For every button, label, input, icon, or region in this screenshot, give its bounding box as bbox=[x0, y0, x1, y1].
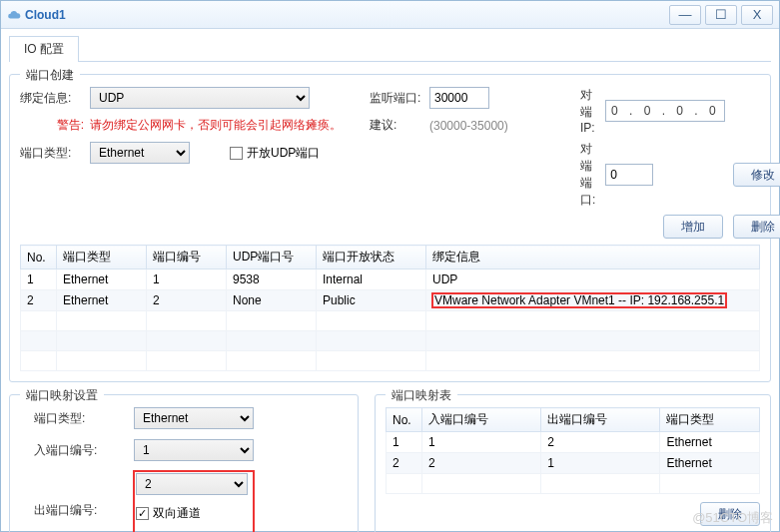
mcol-type[interactable]: 端口类型 bbox=[660, 408, 760, 432]
map-port-type-label: 端口类型: bbox=[34, 410, 134, 427]
mcol-out[interactable]: 出端口编号 bbox=[541, 408, 660, 432]
col-udp-port[interactable]: UDP端口号 bbox=[227, 246, 317, 269]
warning-text: 请勿绑定公网网卡，否则可能会引起网络瘫痪。 bbox=[90, 117, 342, 134]
table-row bbox=[21, 311, 760, 331]
port-create-top: 绑定信息: UDP 警告: 请勿绑定公网网卡，否则可能会引起网络瘫痪。 端口类型… bbox=[20, 87, 760, 239]
table-row bbox=[21, 351, 760, 371]
tab-io-config[interactable]: IO 配置 bbox=[9, 36, 79, 62]
open-udp-label: 开放UDP端口 bbox=[247, 145, 320, 162]
table-row[interactable]: 2 Ethernet 2 None Public VMware Network … bbox=[21, 290, 760, 311]
port-map-table: No. 入端口编号 出端口编号 端口类型 1 1 2 Ethernet bbox=[386, 407, 760, 494]
cloud-icon bbox=[7, 8, 21, 22]
port-create-right: 对端IP: 0 . 0 . 0 . 0 对端端口: 修改 增加 删除 bbox=[580, 87, 760, 239]
add-button[interactable]: 增加 bbox=[663, 215, 723, 239]
table-row bbox=[21, 331, 760, 351]
port-type-select[interactable]: Ethernet bbox=[90, 142, 190, 164]
tabbar: IO 配置 bbox=[9, 35, 771, 62]
checkbox-box-icon bbox=[230, 147, 243, 160]
window-title-text: Cloud1 bbox=[25, 8, 66, 22]
peer-ip-label: 对端IP: bbox=[580, 87, 595, 135]
port-map-settings-legend: 端口映射设置 bbox=[20, 387, 104, 404]
port-map-table-group: 端口映射表 No. 入端口编号 出端口编号 端口类型 1 1 bbox=[375, 394, 771, 532]
col-port-type[interactable]: 端口类型 bbox=[57, 246, 147, 269]
bidir-label: 双向通道 bbox=[153, 505, 201, 522]
bind-info-label: 绑定信息: bbox=[20, 90, 90, 107]
mcol-in[interactable]: 入端口编号 bbox=[422, 408, 541, 432]
port-create-mid: 监听端口: 建议: (30000-35000) bbox=[370, 87, 570, 142]
map-port-type-select[interactable]: Ethernet bbox=[134, 407, 254, 429]
bind-info-select[interactable]: UDP bbox=[90, 87, 310, 109]
table-row bbox=[387, 474, 760, 494]
out-port-label: 出端口编号: bbox=[34, 502, 134, 519]
port-type-label: 端口类型: bbox=[20, 145, 90, 162]
listen-port-label: 监听端口: bbox=[370, 90, 429, 107]
suggestion-text: (30000-35000) bbox=[429, 119, 508, 133]
in-port-label: 入端口编号: bbox=[34, 442, 134, 459]
table-row[interactable]: 1 Ethernet 1 9538 Internal UDP bbox=[21, 269, 760, 290]
peer-ip-input[interactable]: 0 . 0 . 0 . 0 bbox=[605, 100, 725, 122]
port-create-legend: 端口创建 bbox=[20, 67, 80, 84]
out-port-select[interactable]: 2 bbox=[136, 473, 248, 495]
map-delete-button[interactable]: 删除 bbox=[700, 502, 760, 526]
port-create-group: 端口创建 绑定信息: UDP 警告: 请勿绑定公网网卡，否则可能会引起网络瘫痪。… bbox=[9, 74, 771, 382]
bidir-checkbox[interactable]: ✓ 双向通道 bbox=[136, 505, 252, 522]
bind-info-highlight: VMware Network Adapter VMnet1 -- IP: 192… bbox=[432, 293, 726, 307]
port-table: No. 端口类型 端口编号 UDP端口号 端口开放状态 绑定信息 1 Ether… bbox=[20, 245, 760, 371]
peer-port-label: 对端端口: bbox=[580, 141, 595, 209]
window-controls: — ☐ X bbox=[665, 5, 773, 25]
window-body: IO 配置 端口创建 绑定信息: UDP 警告: 请勿绑定公网网卡，否则可能会引… bbox=[1, 29, 779, 532]
window: Cloud1 — ☐ X IO 配置 端口创建 绑定信息: UDP bbox=[0, 0, 780, 532]
window-title: Cloud1 bbox=[7, 8, 665, 22]
close-button[interactable]: X bbox=[741, 5, 773, 25]
port-create-left: 绑定信息: UDP 警告: 请勿绑定公网网卡，否则可能会引起网络瘫痪。 端口类型… bbox=[20, 87, 360, 172]
table-row[interactable]: 2 2 1 Ethernet bbox=[387, 453, 760, 474]
col-open-state[interactable]: 端口开放状态 bbox=[317, 246, 426, 269]
col-no[interactable]: No. bbox=[21, 246, 57, 269]
port-map-table-legend: 端口映射表 bbox=[386, 387, 457, 404]
listen-port-input[interactable] bbox=[429, 87, 489, 109]
delete-button[interactable]: 删除 bbox=[733, 215, 780, 239]
col-port-num[interactable]: 端口编号 bbox=[147, 246, 227, 269]
maximize-button[interactable]: ☐ bbox=[705, 5, 737, 25]
titlebar: Cloud1 — ☐ X bbox=[1, 1, 779, 29]
in-port-select[interactable]: 1 bbox=[134, 439, 254, 461]
open-udp-checkbox[interactable]: 开放UDP端口 bbox=[230, 145, 320, 162]
minimize-button[interactable]: — bbox=[669, 5, 701, 25]
suggestion-label: 建议: bbox=[370, 117, 429, 134]
port-map-settings-group: 端口映射设置 端口类型: Ethernet 入端口编号: 1 出端口编号: 2 … bbox=[9, 394, 359, 532]
checkbox-checked-icon: ✓ bbox=[136, 507, 149, 520]
mcol-no[interactable]: No. bbox=[387, 408, 422, 432]
col-bind-info[interactable]: 绑定信息 bbox=[426, 246, 760, 269]
peer-port-input[interactable] bbox=[605, 164, 653, 186]
table-row[interactable]: 1 1 2 Ethernet bbox=[387, 432, 760, 453]
bottom-row: 端口映射设置 端口类型: Ethernet 入端口编号: 1 出端口编号: 2 … bbox=[9, 382, 771, 532]
modify-button[interactable]: 修改 bbox=[733, 163, 780, 187]
warning-label: 警告: bbox=[20, 117, 90, 134]
